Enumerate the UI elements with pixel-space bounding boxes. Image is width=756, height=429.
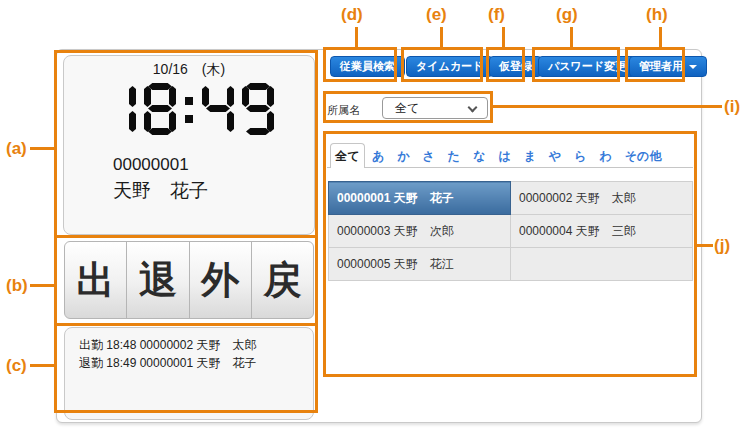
annotation-connector-c bbox=[30, 364, 54, 367]
annotation-connector-h bbox=[659, 27, 662, 47]
annotation-connector-j bbox=[697, 244, 713, 247]
annotation-label-a: (a) bbox=[6, 139, 27, 159]
annotation-connector-b bbox=[30, 284, 54, 287]
annotation-box-d bbox=[323, 47, 397, 82]
annotation-label-f: (f) bbox=[488, 5, 505, 25]
timeclock-screenshot: 10/16 (木) 00000001 天野 花子 出退外戻 出勤 18:48 0… bbox=[0, 0, 756, 429]
annotation-box-h bbox=[625, 47, 685, 82]
annotation-box-abc bbox=[54, 50, 318, 413]
tab-all[interactable]: 全て bbox=[330, 143, 365, 168]
annotation-connector-d bbox=[355, 27, 358, 47]
annotation-label-e: (e) bbox=[426, 5, 447, 25]
annotation-label-b: (b) bbox=[6, 276, 28, 296]
annotation-box-j bbox=[323, 131, 697, 377]
annotation-label-g: (g) bbox=[556, 5, 578, 25]
caret-down-icon bbox=[689, 65, 697, 69]
annotation-connector-g bbox=[570, 27, 573, 47]
annotation-divider-ab bbox=[54, 235, 318, 238]
annotation-label-h: (h) bbox=[646, 5, 668, 25]
annotation-box-f bbox=[486, 47, 525, 82]
annotation-box-g bbox=[532, 47, 620, 82]
annotation-connector-f bbox=[502, 27, 505, 47]
annotation-box-e bbox=[401, 47, 483, 82]
annotation-connector-i bbox=[493, 105, 722, 108]
annotation-connector-a bbox=[30, 147, 54, 150]
annotation-label-d: (d) bbox=[341, 5, 363, 25]
annotation-divider-bc bbox=[54, 323, 318, 326]
annotation-box-i bbox=[323, 91, 493, 123]
annotation-label-c: (c) bbox=[6, 356, 27, 376]
annotation-label-i: (i) bbox=[724, 97, 740, 117]
annotation-label-j: (j) bbox=[714, 236, 730, 256]
annotation-connector-e bbox=[440, 27, 443, 47]
